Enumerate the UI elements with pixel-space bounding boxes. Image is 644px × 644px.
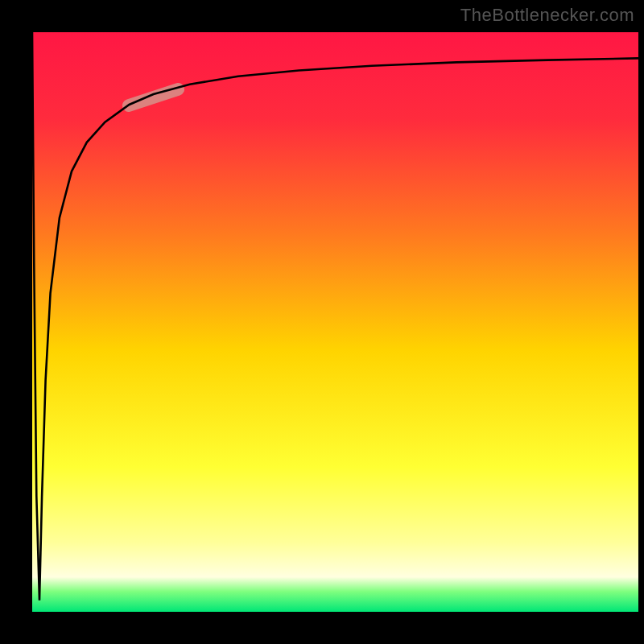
- plot-area: [32, 32, 638, 612]
- gradient-background: [32, 32, 638, 612]
- chart-svg: [32, 32, 638, 612]
- chart-container: TheBottlenecker.com: [0, 0, 644, 644]
- watermark-text: TheBottlenecker.com: [460, 5, 634, 26]
